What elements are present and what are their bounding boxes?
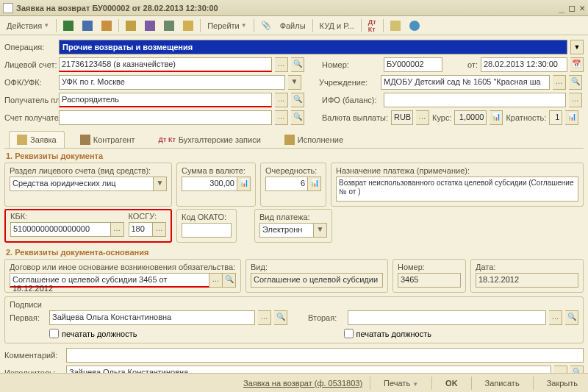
currency-select[interactable]: … [416, 110, 429, 125]
minimize-button[interactable]: _ [559, 2, 565, 13]
section1-title: 1. Реквизиты документа [6, 152, 584, 160]
mult-label: Кратность: [506, 113, 546, 122]
basis-date-field: 18.12.2012 [476, 273, 578, 288]
kosgu-label: КОСГУ: [129, 212, 167, 221]
razdel-label: Раздел лицевого счета (вид средств): [10, 166, 167, 175]
basis-open[interactable]: 🔍 [223, 273, 236, 288]
razdel-field[interactable]: Средства юридических лиц [10, 177, 154, 191]
ifo-label: ИФО (баланс): [322, 96, 381, 104]
tab-accounting[interactable]: Дт КтБухгалтерские записи [151, 131, 269, 148]
order-field[interactable]: 6 [265, 177, 308, 191]
operation-dropdown[interactable]: ▼ [570, 40, 584, 54]
kbk-select[interactable]: … [111, 222, 124, 237]
kosgu-field[interactable]: 180 [129, 222, 154, 237]
account-select[interactable]: … [275, 57, 288, 72]
rate-calc[interactable]: 📊 [490, 110, 503, 125]
close-form-button[interactable]: Закрыть [541, 377, 584, 390]
sig1-label: Первая: [10, 313, 46, 322]
toolbar-icon-1[interactable] [60, 18, 77, 33]
toolbar-icon-7[interactable] [179, 18, 197, 33]
toolbar-icon-6[interactable] [160, 18, 178, 33]
kbk-field[interactable]: 51000000000000000 [10, 222, 111, 237]
sig1-select[interactable]: … [258, 310, 271, 325]
payee-open[interactable]: 🔍 [291, 93, 304, 107]
basis-num-label: Номер: [398, 263, 461, 271]
toolbar-icon-5[interactable] [141, 18, 159, 33]
toolbar-icon-3[interactable] [98, 18, 115, 33]
basis-date-label: Дата: [476, 263, 578, 271]
toolbar-icon-8[interactable] [387, 18, 404, 33]
ofk-field[interactable]: УФК по г. Москве [59, 75, 285, 90]
maximize-button[interactable]: □ [569, 2, 575, 13]
org-select[interactable]: … [553, 75, 566, 90]
paytype-dropdown[interactable]: ▼ [314, 223, 327, 238]
print-pos2-checkbox[interactable] [344, 329, 354, 338]
paytype-label: Вид платежа: [259, 213, 327, 221]
basis-field[interactable]: Соглашение о целевой субсидии 3465 от 18… [10, 273, 209, 288]
account-open[interactable]: 🔍 [291, 57, 304, 72]
help-icon[interactable] [406, 18, 423, 33]
payee-select[interactable]: … [275, 93, 288, 107]
org-field[interactable]: МДОБУ Детский сад № 1605 "Красная ша [381, 75, 550, 90]
payee-field[interactable]: Распорядитель [59, 93, 272, 107]
rate-label: Курс: [432, 113, 451, 122]
payee-acc-field[interactable] [59, 110, 272, 125]
sum-calc[interactable]: 📊 [237, 177, 251, 191]
payee-acc-open[interactable]: 🔍 [291, 110, 304, 125]
account-label: Лицевой счет: [4, 60, 56, 69]
kind-field: Соглашение о целевой субсидии [251, 273, 383, 288]
toolbar: Действия ▼ Перейти ▼ 📎 Файлы КУД и Р... … [0, 16, 588, 35]
mult-calc[interactable]: 📊 [565, 110, 578, 125]
basis-num-field: 3465 [398, 273, 461, 288]
print-button[interactable]: Печать ▼ [378, 377, 424, 390]
account-field[interactable]: 21736123458 (в казначействе) [59, 57, 272, 72]
from-label: от: [467, 60, 478, 69]
ofk-dropdown[interactable]: ▼ [288, 75, 301, 90]
ifo-select[interactable]: … [569, 93, 582, 107]
okato-field[interactable] [182, 223, 232, 238]
purpose-label: Назначение платежа (примечание): [336, 166, 578, 175]
sig2-select[interactable]: … [549, 310, 562, 325]
sig1-field[interactable]: Зайцева Ольга Константиновна [49, 310, 255, 325]
toolbar-icon-4[interactable] [122, 18, 140, 33]
razdel-dropdown[interactable]: ▼ [154, 177, 167, 191]
sum-field[interactable]: 300,00 [182, 177, 237, 191]
sig2-field[interactable] [348, 310, 546, 325]
go-menu[interactable]: Перейти ▼ [204, 19, 251, 32]
purpose-field[interactable]: Возврат неиспользованного остатка целево… [336, 177, 578, 202]
actions-menu[interactable]: Действия ▼ [3, 19, 53, 32]
tab-request[interactable]: Заявка [9, 131, 65, 148]
print-pos1-label: печатать должность [62, 329, 137, 338]
toolbar-icon-2[interactable] [79, 18, 96, 33]
sig1-open[interactable]: 🔍 [274, 310, 287, 325]
kosgu-select[interactable]: … [153, 222, 166, 237]
tab-counterparty[interactable]: Контрагент [72, 131, 143, 148]
tab-execution[interactable]: Исполнение [276, 131, 351, 148]
save-button[interactable]: Записать [479, 377, 526, 390]
kind-label: Вид: [251, 263, 383, 271]
date-picker[interactable]: 📅 [570, 57, 584, 72]
payee-acc-select[interactable]: … [275, 110, 288, 125]
org-open[interactable]: 🔍 [569, 75, 582, 90]
sig2-open[interactable]: 🔍 [565, 310, 578, 325]
signatures-title: Подписи [10, 300, 578, 309]
print-pos1-checkbox[interactable] [49, 329, 59, 338]
org-label: Учреждение: [319, 78, 378, 87]
attach-icon[interactable]: 📎 [257, 18, 275, 32]
dtkt-icon[interactable]: ДтКт [365, 16, 380, 35]
operation-field[interactable]: Прочие возвраты и возмещения [59, 40, 567, 54]
section2-title: 2. Реквизиты документа-основания [6, 248, 584, 257]
comment-field[interactable] [66, 348, 584, 363]
kud-button[interactable]: КУД и Р... [316, 19, 358, 32]
files-button[interactable]: Файлы [276, 19, 309, 32]
document-icon [3, 3, 13, 13]
date-field[interactable]: 28.02.2013 12:30:00 [481, 57, 567, 72]
close-button[interactable]: ✕ [579, 2, 585, 13]
ok-button[interactable]: OK [440, 377, 464, 390]
ifo-field[interactable] [384, 93, 566, 107]
number-field[interactable]: БУ000002 [384, 57, 442, 72]
paytype-field[interactable]: Электронн [259, 223, 314, 238]
order-calc[interactable]: 📊 [308, 177, 321, 191]
form-link[interactable]: Заявка на возврат (ф. 0531803) [243, 379, 362, 388]
basis-select[interactable]: … [209, 273, 223, 288]
